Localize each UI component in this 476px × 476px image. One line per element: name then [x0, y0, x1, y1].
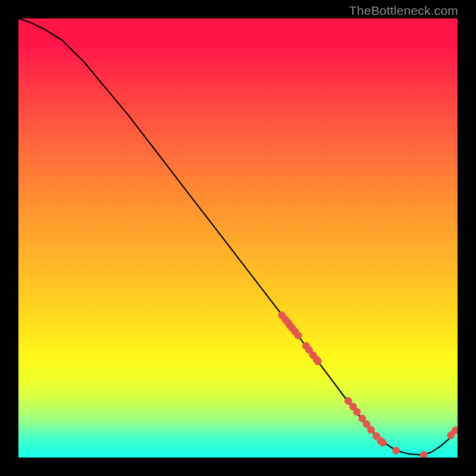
data-point	[314, 358, 321, 365]
data-point	[353, 408, 361, 415]
data-point	[345, 397, 352, 405]
data-point	[393, 447, 400, 454]
chart-stage: TheBottleneck.com	[0, 0, 476, 476]
data-point	[295, 332, 302, 339]
data-point	[420, 452, 427, 458]
data-point	[368, 427, 375, 434]
chart-svg	[18, 18, 458, 458]
dots-group	[278, 312, 458, 458]
watermark-text: TheBottleneck.com	[349, 4, 458, 18]
curve-line	[18, 18, 458, 455]
data-point	[380, 439, 387, 446]
plot-area	[18, 18, 458, 458]
data-point	[452, 427, 458, 434]
